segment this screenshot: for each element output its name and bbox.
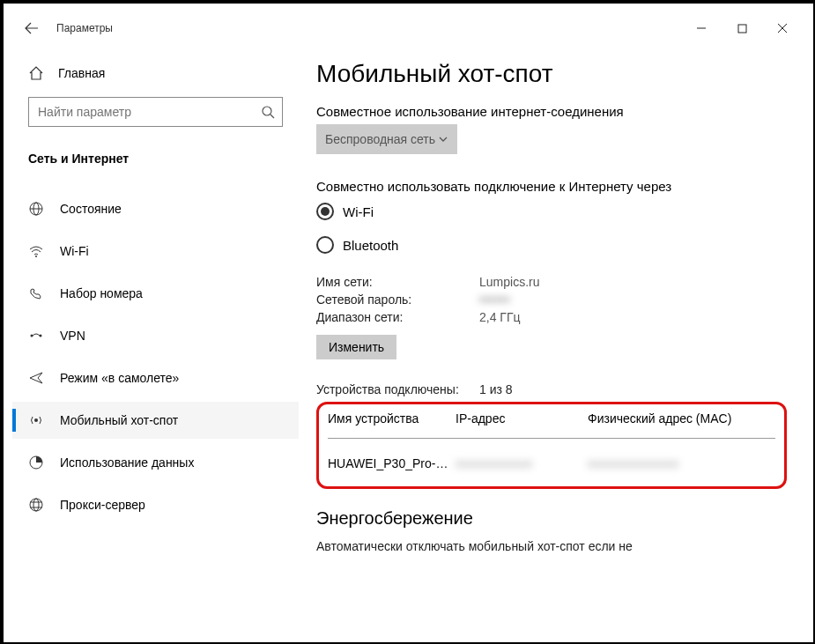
sidebar-item-data-usage[interactable]: Использование данных [12,444,299,481]
sidebar-item-status[interactable]: Состояние [12,190,299,227]
sidebar-item-hotspot[interactable]: Мобильный хот-спот [12,402,299,439]
column-device-name: Имя устройства [328,411,456,426]
column-ip: IP-адрес [456,411,588,426]
sidebar-item-label: Использование данных [60,455,194,470]
svg-point-13 [33,499,39,511]
chevron-down-icon [438,134,448,144]
sidebar-item-label: Набор номера [60,286,143,300]
network-band-key: Диапазон сети: [316,310,479,324]
sidebar-item-dialup[interactable]: Набор номера [12,275,299,312]
radio-wifi[interactable]: Wi-Fi [316,203,787,220]
devices-connected-key: Устройства подключены: [316,382,479,396]
network-band-value: 2,4 ГГц [479,310,521,324]
vpn-icon [28,328,44,344]
sidebar-item-vpn[interactable]: VPN [12,317,299,354]
radio-icon [316,236,334,254]
window-title: Параметры [56,22,113,34]
network-name-row: Имя сети: Lumpics.ru [316,275,787,289]
sidebar-item-label: Режим «в самолете» [60,371,179,385]
airplane-icon [28,370,44,386]
sidebar-item-airplane[interactable]: Режим «в самолете» [12,359,299,396]
proxy-icon [28,497,44,513]
wifi-icon [28,243,44,259]
sidebar-item-label: Мобильный хот-спот [60,413,178,427]
dialup-icon [28,285,44,301]
share-over-label: Совместно использовать подключение к Инт… [316,179,787,194]
search-box[interactable] [28,97,283,127]
svg-rect-1 [738,25,746,33]
radio-icon [316,203,334,220]
radio-wifi-label: Wi-Fi [343,204,374,219]
devices-table-highlight: Имя устройства IP-адрес Физический адрес… [316,402,787,489]
svg-point-7 [35,255,37,257]
close-button[interactable] [762,15,803,41]
sidebar-category: Сеть и Интернет [12,144,299,173]
network-password-row: Сетевой пароль: •••••• [316,292,787,307]
cell-ip: xxxxxxxxxxx [456,456,588,470]
titlebar: Параметры [12,12,804,44]
network-password-key: Сетевой пароль: [316,292,479,307]
search-input[interactable] [38,105,261,119]
network-name-key: Имя сети: [316,275,479,289]
cell-device-name: HUAWEI_P30_Pro-… [328,456,456,470]
sidebar: Главная Сеть и Интернет Состояние Wi [12,49,299,633]
table-row: HUAWEI_P30_Pro-… xxxxxxxxxxx xxxxxxxxxxx… [328,439,775,470]
devices-connected-row: Устройства подключены: 1 из 8 [316,382,787,396]
sidebar-item-proxy[interactable]: Прокси-сервер [12,486,299,523]
minimize-button[interactable] [681,15,722,41]
hotspot-icon [28,412,44,428]
energy-saving-title: Энергосбережение [316,508,787,529]
svg-line-3 [270,115,274,118]
content-area: Мобильный хот-спот Совместное использова… [299,49,804,633]
energy-saving-desc: Автоматически отключать мобильный хот-сп… [316,539,787,553]
data-usage-icon [28,455,44,470]
sidebar-home[interactable]: Главная [12,58,299,88]
radio-bluetooth[interactable]: Bluetooth [316,236,787,254]
radio-bluetooth-label: Bluetooth [343,238,398,253]
home-icon [28,65,44,81]
edit-button[interactable]: Изменить [316,335,396,359]
column-mac: Физический адрес (MAC) [588,411,775,426]
share-connection-label: Совместное использование интернет-соедин… [316,104,787,119]
page-title: Мобильный хот-спот [316,60,787,88]
dropdown-value: Беспроводная сеть [325,132,435,146]
devices-connected-value: 1 из 8 [479,382,513,396]
cell-mac: xxxxxxxxxxxxx [588,456,775,470]
sidebar-item-label: Состояние [60,202,122,216]
sidebar-item-wifi[interactable]: Wi-Fi [12,233,299,270]
back-button[interactable] [23,19,41,37]
share-connection-dropdown[interactable]: Беспроводная сеть [316,124,457,154]
network-name-value: Lumpics.ru [479,275,539,289]
table-header: Имя устройства IP-адрес Физический адрес… [328,411,775,439]
svg-point-10 [34,418,38,422]
sidebar-item-label: Wi-Fi [60,244,89,258]
svg-point-2 [263,107,271,115]
globe-icon [28,201,44,217]
sidebar-item-label: VPN [60,329,85,343]
search-icon [261,105,275,119]
network-band-row: Диапазон сети: 2,4 ГГц [316,310,787,324]
network-password-value: •••••• [479,292,510,307]
svg-point-12 [30,499,42,511]
home-label: Главная [58,66,105,80]
sidebar-item-label: Прокси-сервер [60,498,145,512]
maximize-button[interactable] [722,15,762,41]
